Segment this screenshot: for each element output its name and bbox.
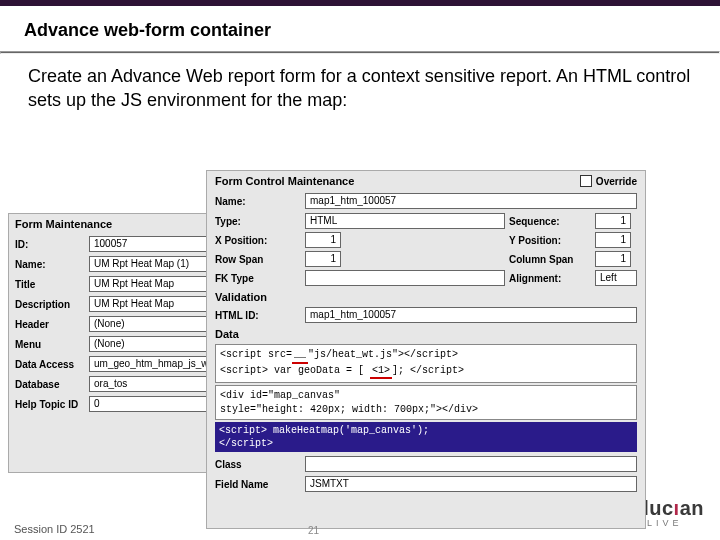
- fcm-name-label: Name:: [215, 196, 301, 207]
- fcm-colspan-label: Column Span: [509, 254, 591, 265]
- fm-data-label: Data Access: [15, 359, 85, 370]
- fcm-htmlid-label: HTML ID:: [215, 310, 301, 321]
- fm-menu-field[interactable]: (None): [89, 336, 217, 352]
- fcm-class-label: Class: [215, 459, 301, 470]
- fcm-class-field[interactable]: [305, 456, 637, 472]
- fcm-rowspan-label: Row Span: [215, 254, 301, 265]
- fm-desc-field[interactable]: UM Rpt Heat Map: [89, 296, 217, 312]
- code-line-2a: <script> var geoData = [: [220, 365, 370, 376]
- hilite-line-1: <script> makeHeatmap('map_canvas');: [219, 424, 633, 437]
- fm-menu-label: Menu: [15, 339, 85, 350]
- fcm-fieldname-field[interactable]: JSMTXT: [305, 476, 637, 492]
- form-maintenance-window: Form Maintenance ID:100057 Name:UM Rpt H…: [8, 213, 236, 473]
- fcm-seq-label: Sequence:: [509, 216, 591, 227]
- fcm-fieldname-label: Field Name: [215, 479, 301, 490]
- override-label: Override: [596, 176, 637, 187]
- fm-title-label: Title: [15, 279, 85, 290]
- fm-data-field[interactable]: um_geo_htm_hmap_js_wkeys: [89, 356, 217, 372]
- fcm-fktype-field[interactable]: [305, 270, 505, 286]
- code-line-4: style="height: 420px; width: 700px;"></d…: [220, 403, 632, 417]
- fcm-fktype-label: FK Type: [215, 273, 301, 284]
- code-line-2-redline: <1>: [370, 364, 392, 380]
- code-line-3: <div id="map_canvas": [220, 389, 632, 403]
- lead-paragraph: Create an Advance Web report form for a …: [28, 64, 692, 113]
- fcm-colspan-field[interactable]: 1: [595, 251, 631, 267]
- hilite-line-2: </script>: [219, 437, 633, 450]
- code-line-1b: "js/heat_wt.js"></script>: [308, 349, 458, 360]
- fm-db-field[interactable]: ora_tos: [89, 376, 217, 392]
- fcm-heading: Form Control Maintenance: [215, 175, 354, 187]
- fcm-xpos-field[interactable]: 1: [305, 232, 341, 248]
- fcm-xpos-label: X Position:: [215, 235, 301, 246]
- slide-title: Advance web-form container: [0, 6, 720, 51]
- fm-header-label: Header: [15, 319, 85, 330]
- fcm-data-block-1[interactable]: <script src=__"js/heat_wt.js"></script> …: [215, 344, 637, 383]
- fcm-seq-field[interactable]: 1: [595, 213, 631, 229]
- fm-name-field[interactable]: UM Rpt Heat Map (1): [89, 256, 217, 272]
- fm-desc-label: Description: [15, 299, 85, 310]
- fcm-data-highlight[interactable]: <script> makeHeatmap('map_canvas'); </sc…: [215, 422, 637, 452]
- fm-help-label: Help Topic ID: [15, 399, 85, 410]
- fcm-type-label: Type:: [215, 216, 301, 227]
- fcm-htmlid-field[interactable]: map1_htm_100057: [305, 307, 637, 323]
- fcm-validation-section: Validation: [207, 288, 645, 305]
- page-number: 21: [308, 525, 319, 536]
- fcm-data-section: Data: [207, 325, 645, 342]
- fm-id-label: ID:: [15, 239, 85, 250]
- code-line-1-redline: __: [292, 348, 308, 364]
- brand-part-2: an: [680, 497, 704, 519]
- fcm-name-field[interactable]: map1_htm_100057: [305, 193, 637, 209]
- override-checkbox[interactable]: [580, 175, 592, 187]
- fm-id-field[interactable]: 100057: [89, 236, 217, 252]
- fm-name-label: Name:: [15, 259, 85, 270]
- fm-header-field[interactable]: (None): [89, 316, 217, 332]
- fcm-ypos-label: Y Position:: [509, 235, 591, 246]
- code-line-2b: ]; </script>: [392, 365, 464, 376]
- fm-heading: Form Maintenance: [9, 214, 235, 234]
- code-line-1a: <script src=: [220, 349, 292, 360]
- fcm-type-field[interactable]: HTML: [305, 213, 505, 229]
- session-id-label: Session ID 2521: [14, 523, 95, 535]
- form-control-maintenance-window: Form Control Maintenance Override Name: …: [206, 170, 646, 529]
- fm-help-field[interactable]: 0: [89, 396, 217, 412]
- fcm-ypos-field[interactable]: 1: [595, 232, 631, 248]
- fm-db-label: Database: [15, 379, 85, 390]
- fcm-data-block-2[interactable]: <div id="map_canvas" style="height: 420p…: [215, 385, 637, 420]
- fcm-align-field[interactable]: Left: [595, 270, 637, 286]
- fcm-align-label: Alignment:: [509, 273, 591, 284]
- fm-title-field[interactable]: UM Rpt Heat Map: [89, 276, 217, 292]
- fcm-rowspan-field[interactable]: 1: [305, 251, 341, 267]
